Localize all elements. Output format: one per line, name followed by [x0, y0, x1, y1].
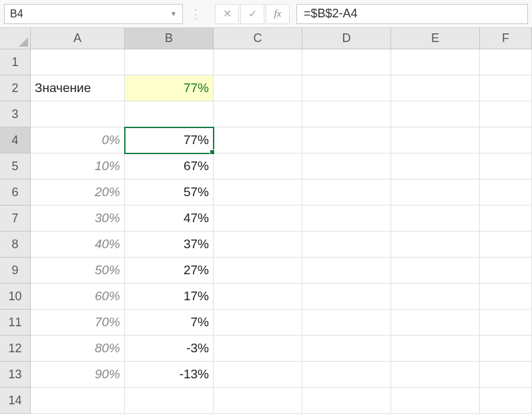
- cell-E13[interactable]: [391, 362, 480, 388]
- cell-E6[interactable]: [391, 179, 480, 205]
- cell-D4[interactable]: [302, 127, 391, 153]
- row-header-3[interactable]: 3: [0, 101, 31, 127]
- cell-A12[interactable]: 80%: [31, 336, 125, 362]
- row-header-11[interactable]: 11: [0, 310, 31, 336]
- cell-A14[interactable]: [31, 388, 125, 414]
- cell-F5[interactable]: [480, 153, 532, 179]
- cell-C4[interactable]: [214, 127, 302, 153]
- name-box[interactable]: B4 ▼: [4, 4, 183, 24]
- row-header-1[interactable]: 1: [0, 49, 31, 75]
- cell-E11[interactable]: [391, 310, 480, 336]
- cell-F3[interactable]: [480, 101, 532, 127]
- cell-D1[interactable]: [302, 49, 391, 75]
- cell-B2[interactable]: 77%: [125, 75, 214, 101]
- cell-E3[interactable]: [391, 101, 480, 127]
- cell-A10[interactable]: 60%: [31, 284, 125, 310]
- cell-E2[interactable]: [391, 75, 480, 101]
- cell-F10[interactable]: [480, 284, 532, 310]
- cell-B4[interactable]: 77%: [125, 127, 214, 153]
- cell-D6[interactable]: [302, 179, 391, 205]
- row-header-9[interactable]: 9: [0, 258, 31, 284]
- name-box-dropdown-icon[interactable]: ▼: [170, 10, 177, 17]
- cell-A13[interactable]: 90%: [31, 362, 125, 388]
- col-header-A[interactable]: A: [31, 28, 125, 49]
- cell-F12[interactable]: [480, 336, 532, 362]
- cell-C9[interactable]: [214, 258, 302, 284]
- cell-E8[interactable]: [391, 232, 480, 258]
- cell-E7[interactable]: [391, 205, 480, 232]
- cell-E12[interactable]: [391, 336, 480, 362]
- cell-F4[interactable]: [480, 127, 532, 153]
- cell-D2[interactable]: [302, 75, 391, 101]
- cell-B3[interactable]: [125, 101, 214, 127]
- col-header-E[interactable]: E: [391, 28, 480, 49]
- cell-F2[interactable]: [480, 75, 532, 101]
- cell-A8[interactable]: 40%: [31, 232, 125, 258]
- cancel-formula-button[interactable]: ✕: [215, 4, 239, 24]
- row-header-13[interactable]: 13: [0, 362, 31, 388]
- select-all-corner[interactable]: [0, 28, 31, 49]
- cell-A4[interactable]: 0%: [31, 127, 125, 153]
- row-header-8[interactable]: 8: [0, 232, 31, 258]
- cell-C2[interactable]: [214, 75, 302, 101]
- cell-C7[interactable]: [214, 205, 302, 232]
- cell-A2[interactable]: Значение: [31, 75, 125, 101]
- cell-F11[interactable]: [480, 310, 532, 336]
- cell-B11[interactable]: 7%: [125, 310, 214, 336]
- cell-E1[interactable]: [391, 49, 480, 75]
- cell-D3[interactable]: [302, 101, 391, 127]
- row-header-14[interactable]: 14: [0, 388, 31, 414]
- cell-C1[interactable]: [214, 49, 302, 75]
- cell-C13[interactable]: [214, 362, 302, 388]
- cell-B8[interactable]: 37%: [125, 232, 214, 258]
- col-header-D[interactable]: D: [302, 28, 391, 49]
- cell-D7[interactable]: [302, 205, 391, 232]
- row-header-5[interactable]: 5: [0, 153, 31, 179]
- cell-A9[interactable]: 50%: [31, 258, 125, 284]
- cell-F13[interactable]: [480, 362, 532, 388]
- cell-B9[interactable]: 27%: [125, 258, 214, 284]
- cell-B13[interactable]: -13%: [125, 362, 214, 388]
- formula-input[interactable]: =$B$2-A4: [296, 4, 528, 24]
- cell-B10[interactable]: 17%: [125, 284, 214, 310]
- cell-E4[interactable]: [391, 127, 480, 153]
- cell-F1[interactable]: [480, 49, 532, 75]
- row-header-7[interactable]: 7: [0, 205, 31, 232]
- col-header-C[interactable]: C: [214, 28, 302, 49]
- cell-C11[interactable]: [214, 310, 302, 336]
- cell-C5[interactable]: [214, 153, 302, 179]
- cell-B14[interactable]: [125, 388, 214, 414]
- cell-A3[interactable]: [31, 101, 125, 127]
- cell-B12[interactable]: -3%: [125, 336, 214, 362]
- col-header-F[interactable]: F: [480, 28, 532, 49]
- cell-D13[interactable]: [302, 362, 391, 388]
- cell-F6[interactable]: [480, 179, 532, 205]
- cell-A1[interactable]: [31, 49, 125, 75]
- cell-C10[interactable]: [214, 284, 302, 310]
- row-header-12[interactable]: 12: [0, 336, 31, 362]
- cell-A6[interactable]: 20%: [31, 179, 125, 205]
- cell-A5[interactable]: 10%: [31, 153, 125, 179]
- cell-E10[interactable]: [391, 284, 480, 310]
- cell-F7[interactable]: [480, 205, 532, 232]
- cell-E14[interactable]: [391, 388, 480, 414]
- cell-D5[interactable]: [302, 153, 391, 179]
- cell-B5[interactable]: 67%: [125, 153, 214, 179]
- cell-F9[interactable]: [480, 258, 532, 284]
- cell-F14[interactable]: [480, 388, 532, 414]
- cell-F8[interactable]: [480, 232, 532, 258]
- cell-C8[interactable]: [214, 232, 302, 258]
- cell-B7[interactable]: 47%: [125, 205, 214, 232]
- col-header-B[interactable]: B: [125, 28, 214, 49]
- row-header-6[interactable]: 6: [0, 179, 31, 205]
- cell-C12[interactable]: [214, 336, 302, 362]
- cell-D12[interactable]: [302, 336, 391, 362]
- cell-A7[interactable]: 30%: [31, 205, 125, 232]
- confirm-formula-button[interactable]: ✓: [240, 4, 264, 24]
- cell-C3[interactable]: [214, 101, 302, 127]
- cell-D11[interactable]: [302, 310, 391, 336]
- insert-function-button[interactable]: fx: [266, 4, 290, 24]
- cell-D8[interactable]: [302, 232, 391, 258]
- cell-C14[interactable]: [214, 388, 302, 414]
- row-header-10[interactable]: 10: [0, 284, 31, 310]
